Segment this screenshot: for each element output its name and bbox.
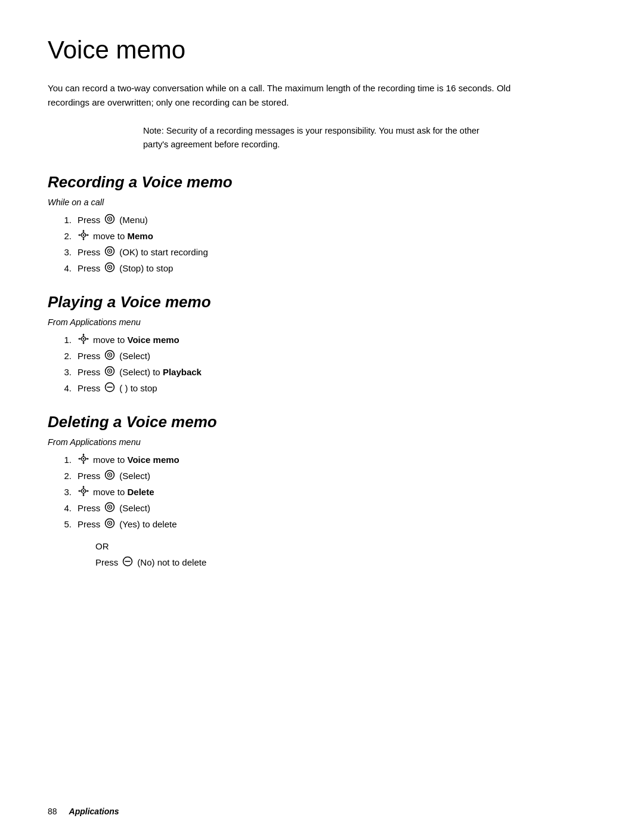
svg-marker-57	[78, 490, 80, 493]
nav-joystick-icon-1	[78, 230, 89, 240]
recording-title: Recording a Voice memo	[48, 173, 596, 192]
playing-step-3: 3. Press (Select) to Playback	[60, 364, 596, 380]
svg-marker-40	[82, 453, 85, 455]
svg-marker-24	[82, 343, 85, 345]
recording-step-2: 2. move to Memo	[60, 228, 596, 244]
ok-button-icon-6	[104, 502, 115, 512]
svg-point-4	[83, 234, 85, 236]
note-block: Note: Security of a recording messages i…	[143, 124, 489, 152]
ok-button-icon-4	[104, 366, 115, 376]
deleting-section: Deleting a Voice memo From Applications …	[48, 413, 596, 570]
svg-marker-26	[78, 338, 80, 341]
ok-button-icon-3	[104, 350, 115, 360]
svg-point-62	[109, 507, 110, 508]
nav-joystick-icon-3	[78, 453, 89, 464]
playing-step-2: 2. Press (Select)	[60, 348, 596, 364]
footer-label: Applications	[69, 807, 119, 816]
or-text: OR	[95, 538, 596, 554]
nav-joystick-icon-2	[78, 333, 89, 344]
playing-steps: 1. move to Voice memo 2. Press	[60, 332, 596, 396]
page-title: Voice memo	[48, 36, 596, 64]
svg-point-38	[83, 458, 85, 460]
nav-joystick-icon-4	[78, 486, 89, 496]
recording-step-1: 1. Press (Menu)	[60, 212, 596, 228]
svg-marker-6	[82, 230, 85, 231]
recording-step-3: 3. Press (OK) to start recording	[60, 244, 596, 260]
svg-point-2	[109, 218, 110, 220]
playing-section: Playing a Voice memo From Applications m…	[48, 293, 596, 396]
svg-marker-55	[82, 495, 85, 497]
deleting-step-5: 5. Press (Yes) to delete	[60, 516, 596, 532]
ok-button-icon-2	[104, 262, 115, 273]
svg-marker-22	[82, 333, 85, 335]
minus-button-icon-2	[122, 556, 133, 567]
svg-point-51	[83, 490, 85, 492]
ok-button-icon-1	[104, 246, 115, 257]
svg-point-18	[109, 267, 110, 268]
svg-point-34	[109, 370, 110, 372]
recording-section: Recording a Voice memo While on a call 1…	[48, 173, 596, 276]
svg-marker-46	[88, 458, 89, 461]
deleting-title: Deleting a Voice memo	[48, 413, 596, 431]
svg-marker-28	[88, 338, 89, 341]
playing-subtitle: From Applications menu	[48, 317, 596, 327]
deleting-step-2: 2. Press (Select)	[60, 468, 596, 484]
svg-marker-44	[78, 458, 80, 461]
svg-marker-12	[88, 234, 89, 237]
press-no-line: Press (No) not to delete	[95, 554, 596, 570]
ok-button-icon-5	[104, 470, 115, 480]
svg-marker-59	[88, 490, 89, 493]
deleting-step-3: 3. move to Delete	[60, 484, 596, 500]
svg-point-20	[83, 338, 85, 340]
intro-text: You can record a two-way conversation wh…	[48, 81, 537, 110]
deleting-subtitle: From Applications menu	[48, 437, 596, 447]
recording-step-4: 4. Press (Stop) to stop	[60, 260, 596, 276]
deleting-step-1: 1. move to Voice memo	[60, 452, 596, 468]
svg-point-49	[109, 474, 110, 475]
menu-button-icon	[104, 214, 115, 224]
note-text: Note: Security of a recording messages i…	[143, 126, 479, 149]
page-footer: 88 Applications	[48, 807, 596, 816]
svg-marker-10	[78, 234, 80, 237]
playing-step-4: 4. Press ( ) to stop	[60, 380, 596, 396]
minus-button-icon-1	[104, 382, 115, 393]
svg-point-31	[109, 354, 110, 356]
playing-step-1: 1. move to Voice memo	[60, 332, 596, 348]
svg-point-65	[109, 523, 110, 524]
recording-steps: 1. Press (Menu) 2.	[60, 212, 596, 276]
svg-marker-53	[82, 486, 85, 487]
footer-page-number: 88	[48, 807, 57, 816]
deleting-steps: 1. move to Voice memo 2. Press	[60, 452, 596, 532]
playing-title: Playing a Voice memo	[48, 293, 596, 311]
svg-marker-42	[82, 463, 85, 465]
recording-subtitle: While on a call	[48, 197, 596, 207]
svg-marker-8	[82, 239, 85, 241]
svg-point-15	[109, 251, 110, 252]
deleting-step-4: 4. Press (Select)	[60, 500, 596, 516]
or-block: OR Press (No) not to delete	[72, 538, 596, 570]
ok-button-icon-7	[104, 518, 115, 529]
